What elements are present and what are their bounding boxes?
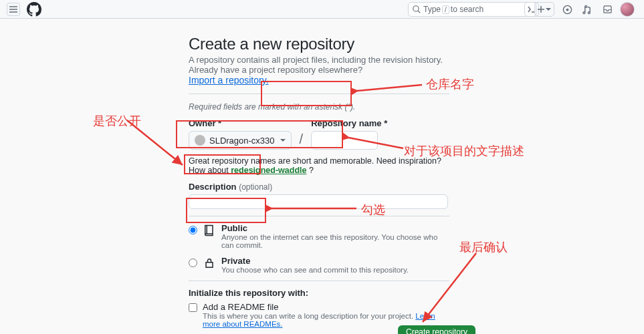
init-title: Initialize this repository with: [189, 288, 449, 298]
private-radio[interactable] [189, 259, 197, 267]
public-radio[interactable] [189, 226, 197, 234]
avatar[interactable] [620, 2, 635, 17]
private-title: Private [221, 256, 409, 266]
caret-down-icon [280, 139, 286, 142]
issues-button[interactable] [560, 2, 574, 17]
create-new-button[interactable] [534, 2, 554, 17]
divider [189, 281, 449, 281]
annotation-text-readme: 勾选 [361, 202, 385, 218]
description-input[interactable] [189, 194, 448, 209]
readme-checkbox[interactable] [189, 303, 197, 312]
search-text-prefix: Type [423, 5, 441, 14]
main-form: Create a new repository A repository con… [189, 19, 449, 334]
repo-name-input[interactable] [311, 131, 378, 150]
search-text-suffix: to search [451, 5, 484, 14]
circle-dot-icon [562, 5, 572, 15]
required-note: Required fields are marked with an aster… [189, 102, 449, 112]
name-suggestion-link[interactable]: redesigned-waddle [231, 166, 306, 175]
inbox-icon [603, 5, 613, 15]
annotation-text-create: 最后确认 [459, 239, 508, 255]
name-hint: Great repository names are short and mem… [189, 156, 449, 175]
desc-optional: (optional) [239, 182, 272, 192]
header-right [534, 2, 635, 17]
annotation-text-public: 是否公开 [93, 113, 141, 129]
owner-select[interactable]: SLDragon-cx330 [189, 131, 292, 150]
pull-requests-button[interactable] [580, 2, 595, 17]
plus-icon [538, 6, 544, 13]
search-input[interactable]: Type / to search [408, 2, 536, 17]
owner-label: Owner * [189, 118, 292, 128]
create-repository-button[interactable]: Create repository [398, 325, 475, 334]
repo-name-label: Repository name * [311, 118, 387, 128]
hamburger-icon [9, 6, 17, 13]
annotation-text-reponame: 仓库名字 [426, 76, 474, 92]
svg-point-1 [566, 8, 568, 11]
search-key: / [442, 5, 449, 14]
caret-down-icon [546, 8, 551, 11]
page-title: Create a new repository [189, 35, 449, 53]
desc-label-text: Description [189, 182, 237, 192]
name-hint-suffix: ? [309, 166, 314, 175]
git-pull-request-icon [582, 5, 593, 15]
github-logo[interactable] [27, 2, 41, 17]
import-repository-link[interactable]: Import a repository. [189, 75, 269, 86]
divider [189, 94, 449, 94]
public-title: Public [221, 223, 449, 233]
search-icon [413, 5, 421, 13]
notifications-button[interactable] [600, 2, 615, 17]
lock-icon [203, 257, 216, 272]
name-hint-prefix: Great repository names are short and mem… [189, 156, 441, 175]
github-header: Type / to search [0, 0, 644, 19]
page-subtitle: A repository contains all project files,… [189, 55, 449, 75]
github-icon [27, 2, 41, 17]
owner-avatar [195, 135, 205, 146]
readme-sub: This is where you can write a long descr… [203, 312, 415, 320]
owner-value: SLDragon-cx330 [209, 136, 275, 146]
public-sub: Anyone on the internet can see this repo… [221, 233, 449, 249]
description-label: Description (optional) [189, 182, 449, 192]
repo-icon [203, 224, 216, 239]
annotation-text-desc: 对于该项目的文字描述 [404, 143, 524, 159]
owner-slash: / [300, 132, 304, 147]
divider [189, 216, 449, 216]
readme-label: Add a README file [203, 302, 449, 312]
private-sub: You choose who can see and commit to thi… [221, 266, 409, 274]
menu-button[interactable] [7, 3, 20, 16]
